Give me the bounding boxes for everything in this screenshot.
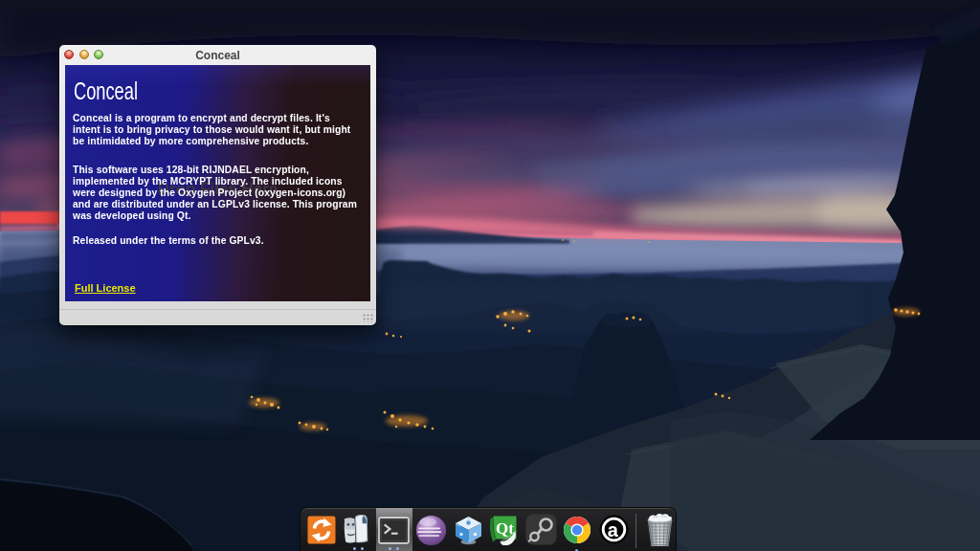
- svg-text:a: a: [608, 519, 619, 540]
